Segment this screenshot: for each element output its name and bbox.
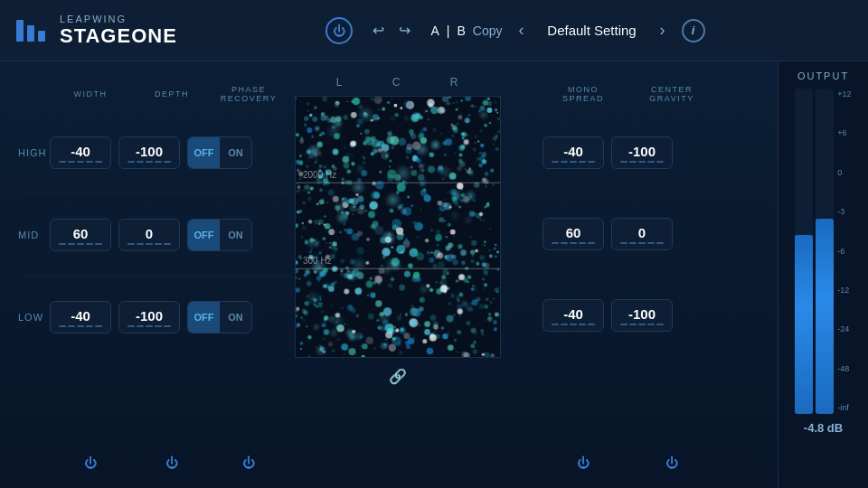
low-phase-on[interactable]: ON	[220, 302, 251, 333]
info-button[interactable]: i	[682, 19, 705, 42]
right-high-row: -40 -100	[511, 112, 769, 193]
svg-rect-1	[27, 25, 34, 42]
low-phase-off[interactable]: OFF	[188, 302, 220, 333]
high-center-value: -100	[628, 144, 656, 159]
low-width-value: -40	[71, 308, 90, 324]
high-label: HIGH	[18, 147, 50, 158]
right-panel: MONOSPREAD CENTERGRAVITY -40 -100 60	[502, 61, 778, 488]
logo-area: LEAPWING STAGEONE	[14, 13, 177, 49]
low-depth-value: -100	[136, 308, 163, 324]
db-readout: -4.8 dB	[804, 421, 843, 435]
ab-a-label[interactable]: A	[430, 23, 439, 38]
mid-center-display[interactable]: 0	[611, 218, 673, 250]
visualizer-canvas	[296, 97, 500, 357]
low-band-row: LOW -40 -100 OFF ON	[18, 277, 294, 358]
depth-header: DEPTH	[131, 89, 212, 99]
center-gravity-header: CENTERGRAVITY	[631, 85, 712, 103]
center-power-icon[interactable]: ⏻	[631, 455, 712, 470]
high-phase-on[interactable]: ON	[220, 137, 251, 168]
right-band-rows: -40 -100 60 0	[511, 112, 769, 445]
power-button[interactable]: ⏻	[326, 17, 353, 44]
lcr-labels: L C R	[294, 69, 502, 96]
width-power-icon[interactable]: ⏻	[50, 455, 131, 470]
undo-button[interactable]: ↩	[369, 18, 388, 42]
ab-group: A | B Copy	[430, 23, 502, 38]
ab-separator: |	[447, 23, 450, 38]
low-center-value: -100	[628, 306, 656, 322]
mid-depth-display[interactable]: 0	[118, 219, 180, 251]
meter-bar-left	[795, 89, 813, 414]
logo-icon	[14, 13, 51, 49]
right-mid-row: 60 0	[511, 193, 769, 275]
low-mono-display[interactable]: -40	[542, 299, 604, 332]
c-label: C	[392, 76, 402, 89]
mono-power-icon[interactable]: ⏻	[542, 455, 624, 470]
mid-phase-on[interactable]: ON	[220, 220, 251, 250]
right-bottom-icons: ⏻ ⏻	[511, 445, 769, 481]
scale-6plus: +6	[837, 129, 851, 137]
scale-inf: -inf	[837, 404, 851, 412]
link-icon-row: 🔗	[389, 358, 407, 394]
meter-area: +12 +6 0 -3 -6 -12 -24 -48 -inf -4.8 dB	[778, 89, 868, 488]
mid-depth-value: 0	[146, 226, 153, 241]
mid-mono-value: 60	[566, 225, 581, 240]
low-center-display[interactable]: -100	[611, 299, 673, 332]
header: LEAPWING STAGEONE ⏻ ↩ ↪ A | B Copy ‹ Def…	[0, 0, 868, 61]
scale-3neg: -3	[837, 208, 851, 216]
mid-label: MID	[18, 230, 50, 240]
scale-0: 0	[837, 169, 851, 177]
left-bottom-icons: ⏻ ⏻ ⏻	[18, 445, 294, 481]
svg-rect-0	[16, 20, 24, 42]
mono-spread-header: MONOSPREAD	[542, 85, 624, 103]
svg-rect-2	[38, 31, 45, 42]
mid-phase-off[interactable]: OFF	[188, 220, 220, 250]
r-label: R	[450, 76, 460, 89]
meter-bars	[795, 89, 834, 414]
meter-scale: +12 +6 0 -3 -6 -12 -24 -48 -inf	[837, 89, 851, 414]
freq-label-2000hz: 2000 Hz	[303, 170, 336, 180]
mid-mono-display[interactable]: 60	[542, 218, 604, 250]
high-center-display[interactable]: -100	[611, 136, 673, 169]
mid-band-row: MID 60 0 OFF ON	[18, 194, 294, 276]
brand-name: LEAPWING	[60, 14, 177, 24]
low-width-display[interactable]: -40	[50, 301, 111, 333]
left-panel: WIDTH DEPTH PHASERECOVERY HIGH -40 -100	[0, 61, 294, 488]
meter-fill-right	[816, 219, 834, 414]
preset-prev-button[interactable]: ‹	[519, 21, 524, 40]
ab-b-label[interactable]: B	[457, 23, 465, 38]
preset-next-button[interactable]: ›	[660, 21, 665, 40]
depth-power-icon[interactable]: ⏻	[131, 455, 212, 470]
meter-with-scale: +12 +6 0 -3 -6 -12 -24 -48 -inf	[795, 89, 851, 414]
high-phase-toggle[interactable]: OFF ON	[187, 136, 252, 169]
copy-button[interactable]: Copy	[473, 23, 503, 38]
preset-name: Default Setting	[533, 23, 651, 38]
logo-text: LEAPWING STAGEONE	[60, 14, 177, 48]
phase-header: PHASERECOVERY	[212, 85, 285, 103]
link-icon[interactable]: 🔗	[389, 368, 407, 385]
freq-line-2000hz	[296, 183, 500, 183]
meter-bar-right	[816, 89, 834, 414]
high-mono-display[interactable]: -40	[542, 136, 604, 169]
low-depth-display[interactable]: -100	[118, 301, 180, 333]
low-mono-value: -40	[563, 306, 583, 322]
low-phase-toggle[interactable]: OFF ON	[187, 301, 252, 333]
scale-6neg: -6	[837, 248, 851, 256]
right-column-headers: MONOSPREAD CENTERGRAVITY	[511, 76, 769, 112]
meter-fill-left	[795, 235, 813, 414]
mid-center-value: 0	[638, 225, 646, 240]
high-mono-value: -40	[563, 144, 583, 159]
high-depth-display[interactable]: -100	[118, 136, 180, 169]
redo-button[interactable]: ↪	[395, 18, 414, 42]
mid-width-display[interactable]: 60	[50, 219, 111, 251]
scale-48neg: -48	[837, 365, 851, 373]
high-band-row: HIGH -40 -100 OFF ON	[18, 112, 294, 193]
high-phase-off[interactable]: OFF	[188, 137, 220, 168]
scale-12plus: +12	[837, 90, 851, 99]
freq-label-300hz: 300 Hz	[303, 256, 332, 266]
stereo-visualizer: 2000 Hz 300 Hz	[295, 96, 501, 358]
phase-power-icon[interactable]: ⏻	[212, 455, 285, 470]
output-label: OUTPUT	[797, 70, 849, 81]
high-width-display[interactable]: -40	[50, 136, 111, 169]
mid-phase-toggle[interactable]: OFF ON	[187, 219, 252, 251]
product-name: STAGEONE	[60, 24, 177, 48]
